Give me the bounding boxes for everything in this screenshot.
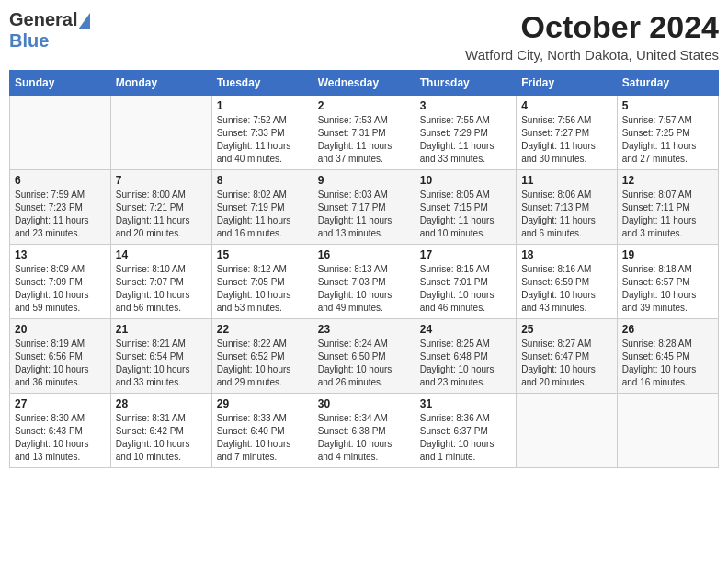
day-info: Sunrise: 8:22 AM Sunset: 6:52 PM Dayligh…: [217, 338, 308, 389]
calendar-cell: [110, 96, 211, 170]
day-info: Sunrise: 8:07 AM Sunset: 7:11 PM Dayligh…: [622, 189, 713, 240]
calendar-body: 1Sunrise: 7:52 AM Sunset: 7:33 PM Daylig…: [10, 96, 719, 468]
week-row-1: 1Sunrise: 7:52 AM Sunset: 7:33 PM Daylig…: [10, 96, 719, 170]
day-number: 20: [15, 323, 106, 336]
weekday-header-monday: Monday: [110, 71, 211, 96]
calendar-title: October 2024: [465, 9, 719, 45]
day-info: Sunrise: 8:10 AM Sunset: 7:07 PM Dayligh…: [116, 263, 207, 315]
day-number: 28: [116, 397, 207, 410]
day-info: Sunrise: 7:52 AM Sunset: 7:33 PM Dayligh…: [217, 114, 308, 166]
day-number: 26: [622, 323, 713, 336]
day-info: Sunrise: 7:59 AM Sunset: 7:23 PM Dayligh…: [15, 189, 106, 240]
calendar-cell: 15Sunrise: 8:12 AM Sunset: 7:05 PM Dayli…: [211, 245, 313, 319]
day-number: 9: [318, 174, 410, 187]
day-info: Sunrise: 8:05 AM Sunset: 7:15 PM Dayligh…: [420, 189, 511, 240]
day-info: Sunrise: 8:06 AM Sunset: 7:13 PM Dayligh…: [521, 189, 612, 240]
day-number: 11: [521, 174, 612, 187]
calendar-cell: 25Sunrise: 8:27 AM Sunset: 6:47 PM Dayli…: [517, 319, 618, 394]
calendar-cell: 23Sunrise: 8:24 AM Sunset: 6:50 PM Dayli…: [313, 319, 415, 394]
day-info: Sunrise: 8:02 AM Sunset: 7:19 PM Dayligh…: [217, 189, 308, 240]
calendar-cell: 26Sunrise: 8:28 AM Sunset: 6:45 PM Dayli…: [617, 319, 718, 394]
week-row-5: 27Sunrise: 8:30 AM Sunset: 6:43 PM Dayli…: [10, 394, 719, 468]
weekday-header-saturday: Saturday: [617, 71, 718, 96]
day-number: 31: [420, 397, 511, 410]
calendar-cell: 7Sunrise: 8:00 AM Sunset: 7:21 PM Daylig…: [110, 170, 211, 245]
calendar-cell: 11Sunrise: 8:06 AM Sunset: 7:13 PM Dayli…: [517, 170, 618, 245]
day-number: 30: [318, 397, 410, 410]
calendar-cell: 6Sunrise: 7:59 AM Sunset: 7:23 PM Daylig…: [10, 170, 111, 245]
weekday-header-wednesday: Wednesday: [313, 71, 415, 96]
weekday-header-row: SundayMondayTuesdayWednesdayThursdayFrid…: [10, 71, 719, 96]
day-info: Sunrise: 8:13 AM Sunset: 7:03 PM Dayligh…: [318, 263, 410, 315]
day-info: Sunrise: 8:24 AM Sunset: 6:50 PM Dayligh…: [318, 338, 410, 389]
day-number: 3: [420, 99, 511, 112]
week-row-3: 13Sunrise: 8:09 AM Sunset: 7:09 PM Dayli…: [10, 245, 719, 319]
calendar-cell: 12Sunrise: 8:07 AM Sunset: 7:11 PM Dayli…: [617, 170, 718, 245]
day-number: 2: [318, 99, 410, 112]
calendar-cell: 13Sunrise: 8:09 AM Sunset: 7:09 PM Dayli…: [10, 245, 111, 319]
day-info: Sunrise: 7:57 AM Sunset: 7:25 PM Dayligh…: [622, 114, 713, 166]
calendar-table: SundayMondayTuesdayWednesdayThursdayFrid…: [9, 70, 719, 468]
day-number: 16: [318, 248, 410, 261]
calendar-cell: [10, 96, 111, 170]
day-info: Sunrise: 7:55 AM Sunset: 7:29 PM Dayligh…: [420, 114, 511, 166]
day-number: 14: [116, 248, 207, 261]
calendar-cell: 24Sunrise: 8:25 AM Sunset: 6:48 PM Dayli…: [415, 319, 516, 394]
logo: General Blue: [9, 9, 90, 52]
weekday-header-thursday: Thursday: [415, 71, 516, 96]
calendar-cell: 1Sunrise: 7:52 AM Sunset: 7:33 PM Daylig…: [211, 96, 313, 170]
day-info: Sunrise: 8:15 AM Sunset: 7:01 PM Dayligh…: [420, 263, 511, 315]
day-number: 12: [622, 174, 713, 187]
day-number: 1: [217, 99, 308, 112]
calendar-cell: 2Sunrise: 7:53 AM Sunset: 7:31 PM Daylig…: [313, 96, 415, 170]
calendar-cell: 9Sunrise: 8:03 AM Sunset: 7:17 PM Daylig…: [313, 170, 415, 245]
day-number: 21: [116, 323, 207, 336]
day-info: Sunrise: 8:27 AM Sunset: 6:47 PM Dayligh…: [521, 338, 612, 389]
day-info: Sunrise: 8:16 AM Sunset: 6:59 PM Dayligh…: [521, 263, 612, 315]
day-info: Sunrise: 8:21 AM Sunset: 6:54 PM Dayligh…: [116, 338, 207, 389]
calendar-cell: 5Sunrise: 7:57 AM Sunset: 7:25 PM Daylig…: [617, 96, 718, 170]
day-info: Sunrise: 8:34 AM Sunset: 6:38 PM Dayligh…: [318, 412, 410, 464]
day-info: Sunrise: 8:31 AM Sunset: 6:42 PM Dayligh…: [116, 412, 207, 464]
calendar-cell: 29Sunrise: 8:33 AM Sunset: 6:40 PM Dayli…: [211, 394, 313, 468]
day-info: Sunrise: 8:36 AM Sunset: 6:37 PM Dayligh…: [420, 412, 511, 464]
day-info: Sunrise: 8:25 AM Sunset: 6:48 PM Dayligh…: [420, 338, 511, 389]
day-number: 13: [15, 248, 106, 261]
day-number: 17: [420, 248, 511, 261]
day-info: Sunrise: 8:18 AM Sunset: 6:57 PM Dayligh…: [622, 263, 713, 315]
calendar-cell: 21Sunrise: 8:21 AM Sunset: 6:54 PM Dayli…: [110, 319, 211, 394]
day-number: 22: [217, 323, 308, 336]
calendar-cell: 30Sunrise: 8:34 AM Sunset: 6:38 PM Dayli…: [313, 394, 415, 468]
weekday-header-sunday: Sunday: [10, 71, 111, 96]
calendar-cell: 16Sunrise: 8:13 AM Sunset: 7:03 PM Dayli…: [313, 245, 415, 319]
weekday-header-tuesday: Tuesday: [211, 71, 313, 96]
day-info: Sunrise: 8:09 AM Sunset: 7:09 PM Dayligh…: [15, 263, 106, 315]
day-info: Sunrise: 8:00 AM Sunset: 7:21 PM Dayligh…: [116, 189, 207, 240]
calendar-cell: 10Sunrise: 8:05 AM Sunset: 7:15 PM Dayli…: [415, 170, 516, 245]
calendar-cell: 14Sunrise: 8:10 AM Sunset: 7:07 PM Dayli…: [110, 245, 211, 319]
logo-triangle-icon: [78, 13, 90, 29]
calendar-cell: 27Sunrise: 8:30 AM Sunset: 6:43 PM Dayli…: [10, 394, 111, 468]
calendar-cell: 28Sunrise: 8:31 AM Sunset: 6:42 PM Dayli…: [110, 394, 211, 468]
day-number: 5: [622, 99, 713, 112]
day-info: Sunrise: 8:28 AM Sunset: 6:45 PM Dayligh…: [622, 338, 713, 389]
day-info: Sunrise: 8:30 AM Sunset: 6:43 PM Dayligh…: [15, 412, 106, 464]
week-row-4: 20Sunrise: 8:19 AM Sunset: 6:56 PM Dayli…: [10, 319, 719, 394]
day-info: Sunrise: 7:53 AM Sunset: 7:31 PM Dayligh…: [318, 114, 410, 166]
day-number: 19: [622, 248, 713, 261]
day-info: Sunrise: 8:03 AM Sunset: 7:17 PM Dayligh…: [318, 189, 410, 240]
calendar-cell: 17Sunrise: 8:15 AM Sunset: 7:01 PM Dayli…: [415, 245, 516, 319]
day-number: 24: [420, 323, 511, 336]
day-info: Sunrise: 8:33 AM Sunset: 6:40 PM Dayligh…: [217, 412, 308, 464]
day-info: Sunrise: 8:19 AM Sunset: 6:56 PM Dayligh…: [15, 338, 106, 389]
calendar-cell: 8Sunrise: 8:02 AM Sunset: 7:19 PM Daylig…: [211, 170, 313, 245]
day-number: 6: [15, 174, 106, 187]
calendar-cell: 18Sunrise: 8:16 AM Sunset: 6:59 PM Dayli…: [517, 245, 618, 319]
calendar-cell: 4Sunrise: 7:56 AM Sunset: 7:27 PM Daylig…: [517, 96, 618, 170]
day-info: Sunrise: 7:56 AM Sunset: 7:27 PM Dayligh…: [521, 114, 612, 166]
calendar-cell: 20Sunrise: 8:19 AM Sunset: 6:56 PM Dayli…: [10, 319, 111, 394]
calendar-subtitle: Watford City, North Dakota, United State…: [465, 47, 719, 63]
day-number: 25: [521, 323, 612, 336]
logo-blue-text: Blue: [9, 30, 49, 52]
header: General Blue October 2024 Watford City, …: [9, 9, 719, 63]
